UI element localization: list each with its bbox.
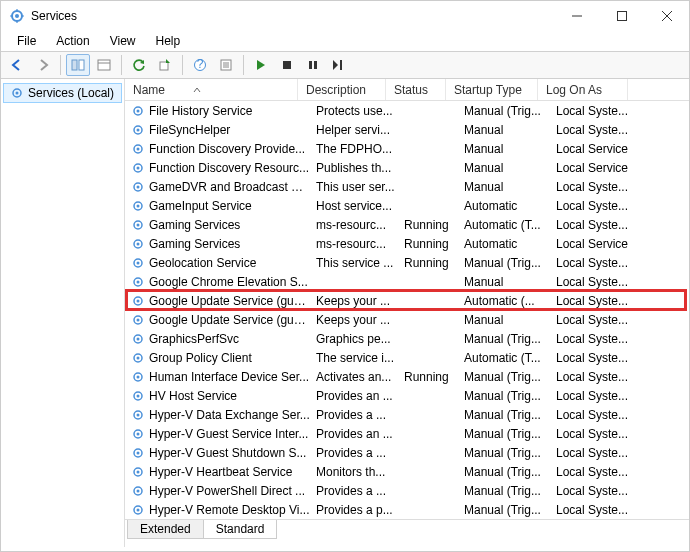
col-startup-type[interactable]: Startup Type [446,79,538,100]
menu-action[interactable]: Action [48,32,97,50]
help-button[interactable]: ? [188,54,212,76]
maximize-button[interactable] [599,1,644,31]
app-icon [9,8,25,24]
table-row[interactable]: Human Interface Device Ser...Activates a… [125,367,689,386]
gear-icon [131,275,145,289]
table-row[interactable]: Group Policy ClientThe service i...Autom… [125,348,689,367]
table-row[interactable]: GraphicsPerfSvcGraphics pe...Manual (Tri… [125,329,689,348]
cell-description: Protects use... [316,104,404,118]
cell-name: Human Interface Device Ser... [149,370,316,384]
cell-name: Function Discovery Provide... [149,142,316,156]
svg-point-56 [137,375,140,378]
table-row[interactable]: Hyper-V Heartbeat ServiceMonitors th...M… [125,462,689,481]
table-row[interactable]: File History ServiceProtects use...Manua… [125,101,689,120]
col-logon-as[interactable]: Log On As [538,79,628,100]
table-row[interactable]: Hyper-V Remote Desktop Vi...Provides a p… [125,500,689,519]
service-list[interactable]: File History ServiceProtects use...Manua… [125,101,689,519]
cell-status: Running [404,237,464,251]
gear-icon [131,465,145,479]
table-row[interactable]: FileSyncHelperHelper servi...ManualLocal… [125,120,689,139]
menu-file[interactable]: File [9,32,44,50]
table-row[interactable]: Function Discovery Resourc...Publishes t… [125,158,689,177]
cell-name: Function Discovery Resourc... [149,161,316,175]
table-row[interactable]: Hyper-V Data Exchange Ser...Provides a .… [125,405,689,424]
table-row[interactable]: Function Discovery Provide...The FDPHO..… [125,139,689,158]
cell-description: The FDPHO... [316,142,404,156]
svg-point-38 [137,204,140,207]
gear-icon [131,370,145,384]
gear-icon [131,503,145,517]
table-row[interactable]: Gaming Servicesms-resourc...RunningAutom… [125,234,689,253]
show-hide-tree-button[interactable] [66,54,90,76]
refresh-button[interactable] [127,54,151,76]
cell-description: Host service... [316,199,404,213]
gear-icon [131,408,145,422]
svg-rect-12 [98,60,110,70]
cell-description: Provides a ... [316,484,404,498]
start-service-button[interactable] [249,54,273,76]
cell-logon-as: Local Syste... [556,218,646,232]
col-name[interactable]: Name [125,79,298,100]
cell-startup-type: Manual [464,142,556,156]
export-button[interactable] [153,54,177,76]
table-row[interactable]: Gaming Servicesms-resourc...RunningAutom… [125,215,689,234]
table-row[interactable]: Hyper-V Guest Service Inter...Provides a… [125,424,689,443]
table-row[interactable]: Google Chrome Elevation S...ManualLocal … [125,272,689,291]
tree-panel[interactable]: Services (Local) [1,79,125,547]
gear-icon [131,180,145,194]
table-row[interactable]: Geolocation ServiceThis service ...Runni… [125,253,689,272]
cell-logon-as: Local Syste... [556,123,646,137]
cell-description: Helper servi... [316,123,404,137]
cell-startup-type: Manual [464,161,556,175]
table-row[interactable]: GameDVR and Broadcast Us...This user ser… [125,177,689,196]
svg-point-54 [137,356,140,359]
cell-startup-type: Automatic (... [464,294,556,308]
gear-icon [131,332,145,346]
column-headers: Name Description Status Startup Type Log… [125,79,689,101]
table-row[interactable]: Hyper-V PowerShell Direct ...Provides a … [125,481,689,500]
cell-description: This service ... [316,256,404,270]
cell-startup-type: Manual (Trig... [464,104,556,118]
cell-description: Keeps your ... [316,294,404,308]
cell-logon-as: Local Syste... [556,313,646,327]
table-row[interactable]: HV Host ServiceProvides an ...Manual (Tr… [125,386,689,405]
col-description[interactable]: Description [298,79,386,100]
cell-startup-type: Manual (Trig... [464,389,556,403]
svg-point-64 [137,451,140,454]
cell-logon-as: Local Service [556,161,646,175]
menu-view[interactable]: View [102,32,144,50]
close-button[interactable] [644,1,689,31]
tree-root-item[interactable]: Services (Local) [3,83,122,103]
gear-icon [131,256,145,270]
col-status[interactable]: Status [386,79,446,100]
cell-description: Provides a p... [316,503,404,517]
separator [182,55,183,75]
table-row[interactable]: Hyper-V Guest Shutdown S...Provides a ..… [125,443,689,462]
cell-logon-as: Local Service [556,142,646,156]
svg-point-26 [16,92,19,95]
table-row[interactable]: Google Update Service (gup...Keeps your … [125,291,689,310]
pause-service-button[interactable] [301,54,325,76]
tab-standard[interactable]: Standard [203,520,278,539]
restart-service-button[interactable] [327,54,351,76]
forward-button[interactable] [31,54,55,76]
cell-name: Gaming Services [149,237,316,251]
table-row[interactable]: GameInput ServiceHost service...Automati… [125,196,689,215]
cell-description: Keeps your ... [316,313,404,327]
svg-point-60 [137,413,140,416]
back-button[interactable] [5,54,29,76]
tab-extended[interactable]: Extended [127,520,204,539]
properties-button[interactable] [214,54,238,76]
gear-icon [131,104,145,118]
menubar: File Action View Help [1,31,689,51]
cell-name: GraphicsPerfSvc [149,332,316,346]
cell-name: Hyper-V Heartbeat Service [149,465,316,479]
detail-pane-button[interactable] [92,54,116,76]
svg-rect-10 [72,60,77,70]
svg-rect-24 [340,60,342,70]
stop-service-button[interactable] [275,54,299,76]
minimize-button[interactable] [554,1,599,31]
svg-rect-22 [309,61,312,69]
menu-help[interactable]: Help [148,32,189,50]
table-row[interactable]: Google Update Service (gup...Keeps your … [125,310,689,329]
